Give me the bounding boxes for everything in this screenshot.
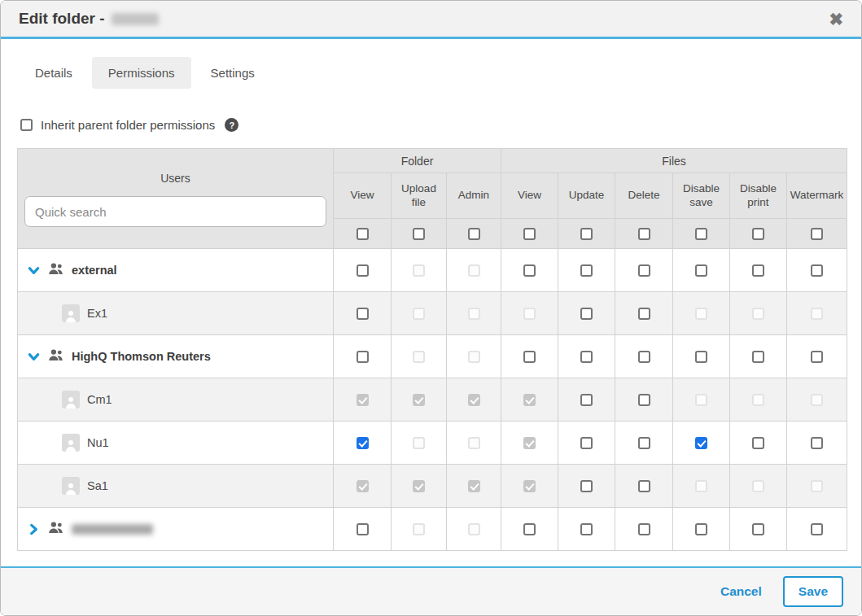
permission-cell-disable-print-7 [730,378,787,422]
users-header-cell: Users [18,149,334,249]
chevron-down-icon[interactable] [28,351,40,363]
permission-checkbox-row5-col0 [357,480,369,492]
group-icon [47,521,64,537]
permission-checkbox-row1-col1 [413,308,425,320]
permission-checkbox-row5-col4[interactable] [580,480,593,492]
select-all-cell-4 [558,219,615,249]
permission-checkbox-row6-col8[interactable] [811,523,823,535]
help-icon[interactable]: ? [225,118,238,132]
chevron-right-icon[interactable] [28,523,40,535]
permission-cell-watermark-8 [787,292,847,335]
permission-cell-watermark-8 [787,378,847,422]
permission-cell-view-3 [501,378,558,422]
permission-checkbox-row0-col1 [413,264,425,277]
permission-checkbox-row6-col5[interactable] [638,523,650,535]
permission-checkbox-row6-col7[interactable] [752,523,764,535]
select-all-checkbox-6[interactable] [695,228,707,240]
select-all-checkbox-7[interactable] [752,228,764,240]
permission-checkbox-row4-col0[interactable] [357,437,369,449]
permission-checkbox-row5-col7 [752,480,764,492]
permission-checkbox-row0-col7[interactable] [752,264,764,277]
permission-checkbox-row0-col4[interactable] [580,264,593,277]
permission-cell-upload-file-1 [392,335,447,378]
select-all-checkbox-8[interactable] [811,228,823,240]
permission-checkbox-row5-col5[interactable] [638,480,650,492]
cancel-button[interactable]: Cancel [720,584,762,599]
save-button[interactable]: Save [783,576,843,607]
permission-checkbox-row6-col1 [413,523,425,535]
permission-checkbox-row6-col0[interactable] [357,523,369,535]
permission-checkbox-row1-col4[interactable] [580,308,593,320]
permission-checkbox-row3-col5[interactable] [638,394,650,406]
permission-checkbox-row5-col8 [811,480,823,492]
tab-details[interactable]: Details [19,57,89,89]
permission-checkbox-row0-col8[interactable] [811,264,823,277]
permission-checkbox-row3-col4[interactable] [580,394,593,406]
group-name: HighQ Thomson Reuters [72,350,211,363]
permission-checkbox-row2-col5[interactable] [638,351,650,363]
permission-checkbox-row6-col4[interactable] [580,523,593,535]
permission-cell-disable-print-7 [730,422,787,465]
permission-cell-watermark-8 [787,422,847,465]
permission-checkbox-row6-col2 [468,523,480,535]
permission-cell-delete-5 [615,422,673,465]
permission-checkbox-row0-col3[interactable] [523,264,536,277]
permission-checkbox-row1-col0[interactable] [357,308,369,320]
column-header-admin-2: Admin [447,173,501,219]
select-all-checkbox-1[interactable] [413,228,425,240]
permission-checkbox-row4-col4[interactable] [580,437,593,449]
permission-checkbox-row0-col0[interactable] [357,264,369,277]
permission-checkbox-row3-col0 [357,394,369,406]
permission-checkbox-row4-col8[interactable] [811,437,823,449]
tab-permissions[interactable]: Permissions [92,57,191,89]
permission-cell-disable-save-6 [673,292,730,335]
select-all-checkbox-5[interactable] [638,228,650,240]
table-row-redacted [18,508,847,551]
permission-cell-update-4 [558,422,615,465]
permission-cell-disable-print-7 [730,335,787,378]
permission-checkbox-row2-col3[interactable] [523,351,536,363]
column-header-watermark-8: Watermark [787,173,847,219]
select-all-checkbox-3[interactable] [523,228,536,240]
table-row-nu1: Nu1 [18,422,847,465]
permission-checkbox-row2-col7[interactable] [752,351,764,363]
table-row-cm1: Cm1 [18,378,847,422]
permission-cell-watermark-8 [787,508,847,551]
table-row-ex1: Ex1 [18,292,847,335]
permission-checkbox-row4-col6[interactable] [695,437,707,449]
select-all-checkbox-4[interactable] [580,228,593,240]
redacted-group-name [72,524,153,535]
permission-cell-disable-save-6 [673,422,730,465]
select-all-checkbox-2[interactable] [468,228,480,240]
permission-checkbox-row0-col6[interactable] [695,264,707,277]
permission-cell-upload-file-1 [392,508,447,551]
permission-checkbox-row6-col6[interactable] [695,523,707,535]
tab-settings[interactable]: Settings [195,57,271,89]
permission-cell-admin-2 [447,465,501,508]
quick-search-input[interactable] [24,196,326,227]
permission-checkbox-row2-col8[interactable] [811,351,823,363]
permission-checkbox-row4-col7[interactable] [752,437,764,449]
permission-checkbox-row0-col5[interactable] [638,264,650,277]
permission-checkbox-row4-col2 [468,437,480,449]
permission-cell-view-3 [501,292,558,335]
permission-cell-update-4 [558,249,615,292]
permission-checkbox-row2-col6[interactable] [695,351,707,363]
permission-checkbox-row1-col7 [752,308,764,320]
permission-checkbox-row2-col0[interactable] [357,351,369,363]
permission-checkbox-row4-col5[interactable] [638,437,650,449]
select-all-checkbox-0[interactable] [357,228,369,240]
chevron-down-icon[interactable] [28,264,40,277]
permission-checkbox-row2-col4[interactable] [580,351,593,363]
permission-checkbox-row1-col5[interactable] [638,308,650,320]
permission-checkbox-row1-col8 [811,308,823,320]
close-icon[interactable]: ✖ [829,11,843,28]
permission-checkbox-row5-col6 [695,480,707,492]
inherit-permissions-checkbox[interactable] [20,119,33,131]
permission-cell-disable-save-6 [673,378,730,422]
permission-checkbox-row3-col3 [523,394,536,406]
group-name: external [72,264,117,277]
permission-checkbox-row6-col3[interactable] [523,523,536,535]
column-header-upload-file-1: Upload file [392,173,447,219]
permission-checkbox-row1-col6 [695,308,707,320]
